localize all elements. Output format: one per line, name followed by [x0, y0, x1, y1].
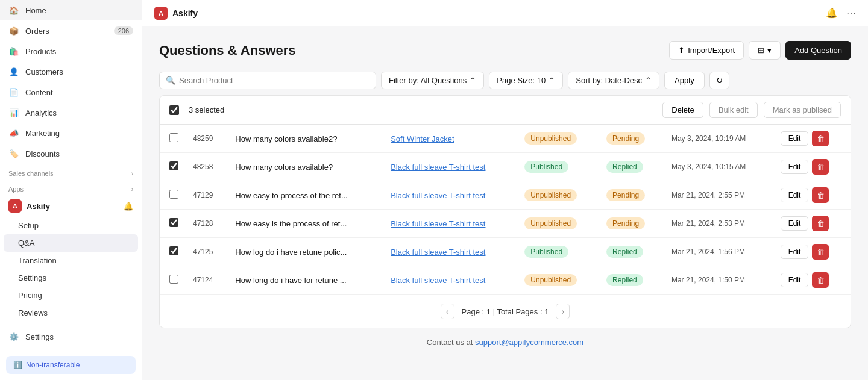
filter-columns-button[interactable]: ⊞ ▾	[749, 41, 781, 60]
sales-channels-section[interactable]: Sales channels ›	[0, 164, 142, 179]
row-actions: Edit 🗑	[781, 272, 843, 288]
product-link[interactable]: Black full sleave T-shirt test	[391, 276, 485, 285]
selected-count-label: 3 selected	[189, 105, 656, 114]
reply-status-badge: Replied	[606, 274, 643, 286]
sidebar-nav-item-home[interactable]: 🏠 Home	[0, 0, 142, 20]
topbar-right: 🔔 ⋯	[826, 7, 856, 19]
row-actions: Edit 🗑	[781, 131, 843, 146]
sidebar-nav-item-discounts[interactable]: 🏷️ Discounts	[0, 143, 142, 164]
more-options-icon[interactable]: ⋯	[846, 7, 856, 19]
row-checkbox-cell[interactable]	[160, 181, 186, 210]
row-checkbox-cell[interactable]	[160, 238, 186, 266]
row-product[interactable]: Black full sleave T-shirt test	[383, 238, 517, 266]
pagination: ‹ Page : 1 | Total Pages : 1 ›	[160, 294, 851, 328]
row-checkbox[interactable]	[169, 161, 178, 170]
askify-app-row[interactable]: A Askify 🔔	[0, 195, 142, 217]
refresh-button[interactable]: ↻	[709, 72, 729, 89]
sidebar-nav-item-products[interactable]: 🛍️ Products	[0, 41, 142, 61]
delete-row-button[interactable]: 🗑	[812, 159, 829, 175]
prev-page-button[interactable]: ‹	[441, 304, 454, 319]
edit-button[interactable]: Edit	[781, 131, 809, 146]
delete-row-button[interactable]: 🗑	[812, 187, 829, 203]
edit-button[interactable]: Edit	[781, 245, 809, 259]
row-checkbox-cell[interactable]	[160, 266, 186, 294]
row-checkbox[interactable]	[169, 275, 178, 284]
trash-icon: 🗑	[817, 276, 825, 285]
sort-by-select[interactable]: Sort by: Date-Desc ⌃	[568, 72, 659, 89]
sidebar-nav-item-settings[interactable]: ⚙️ Settings	[0, 326, 142, 347]
search-input[interactable]	[179, 76, 370, 85]
row-product[interactable]: Black full sleave T-shirt test	[383, 210, 517, 238]
product-link[interactable]: Black full sleave T-shirt test	[391, 248, 485, 257]
delete-row-button[interactable]: 🗑	[812, 216, 829, 231]
questions-table: 48259 How many colors available2? Soft W…	[160, 125, 851, 294]
product-link[interactable]: Soft Winter Jacket	[391, 134, 454, 143]
sidebar-sub-item-settings[interactable]: Settings	[0, 269, 142, 287]
search-box[interactable]: 🔍	[159, 72, 376, 89]
row-checkbox-cell[interactable]	[160, 125, 186, 153]
row-checkbox[interactable]	[169, 246, 178, 255]
status-badge: Unpublished	[524, 132, 577, 145]
row-checkbox[interactable]	[169, 133, 178, 142]
row-checkbox[interactable]	[169, 190, 178, 199]
sidebar-nav-item-marketing[interactable]: 📣 Marketing	[0, 123, 142, 143]
table-row: 47125 How log do i have retune polic... …	[160, 238, 851, 266]
add-question-button[interactable]: Add Question	[785, 41, 851, 60]
analytics-icon: 📊	[8, 107, 19, 118]
status-badge: Published	[524, 246, 568, 258]
edit-button[interactable]: Edit	[781, 160, 809, 174]
pagesize-chevron-icon: ⌃	[549, 76, 555, 85]
delete-row-button[interactable]: 🗑	[812, 244, 829, 260]
product-link[interactable]: Black full sleave T-shirt test	[391, 219, 485, 228]
sidebar-nav-item-content[interactable]: 📄 Content	[0, 82, 142, 102]
row-checkbox[interactable]	[169, 218, 178, 227]
row-reply-status: Pending	[599, 125, 664, 153]
sort-chevron-icon: ⌃	[645, 76, 652, 85]
bell-topbar-icon[interactable]: 🔔	[826, 7, 838, 19]
row-id: 47128	[186, 210, 228, 238]
sidebar-sub-item-qa[interactable]: Q&A	[4, 234, 138, 252]
products-icon: 🛍️	[8, 46, 19, 57]
bulk-delete-button[interactable]: Delete	[662, 102, 703, 118]
sidebar-sub-item-translation[interactable]: Translation	[0, 252, 142, 269]
page-title: Questions & Answers	[159, 43, 296, 58]
sidebar-nav-item-analytics[interactable]: 📊 Analytics	[0, 102, 142, 123]
row-product[interactable]: Black full sleave T-shirt test	[383, 153, 517, 181]
edit-button[interactable]: Edit	[781, 188, 809, 202]
filter-by-select[interactable]: Filter by: All Questions ⌃	[381, 72, 484, 89]
product-link[interactable]: Black full sleave T-shirt test	[391, 191, 485, 200]
delete-row-button[interactable]: 🗑	[812, 131, 829, 146]
contact-email-link[interactable]: support@appifycommerce.com	[475, 338, 583, 347]
reply-status-badge: Pending	[606, 132, 645, 145]
apps-chevron-icon: ›	[131, 186, 133, 193]
row-product[interactable]: Black full sleave T-shirt test	[383, 181, 517, 210]
row-reply-status: Pending	[599, 210, 664, 238]
import-export-button[interactable]: ⬆ Import/Export	[669, 41, 744, 60]
apply-button[interactable]: Apply	[664, 72, 705, 89]
sidebar-label-marketing: Marketing	[25, 129, 60, 138]
edit-button[interactable]: Edit	[781, 273, 809, 287]
sidebar-nav-item-orders[interactable]: 📦 Orders 206	[0, 20, 142, 41]
sidebar-nav-item-customers[interactable]: 👤 Customers	[0, 61, 142, 82]
delete-row-button[interactable]: 🗑	[812, 272, 829, 288]
row-product[interactable]: Black full sleave T-shirt test	[383, 266, 517, 294]
edit-button[interactable]: Edit	[781, 216, 809, 231]
row-question: How easy to process of the ret...	[228, 181, 383, 210]
select-all-checkbox[interactable]	[169, 105, 179, 115]
row-checkbox-cell[interactable]	[160, 210, 186, 238]
bell-icon[interactable]: 🔔	[124, 202, 133, 211]
trash-icon: 🗑	[817, 219, 825, 228]
page-size-select[interactable]: Page Size: 10 ⌃	[489, 72, 563, 89]
bulk-edit-button[interactable]: Bulk edit	[709, 102, 758, 118]
mark-published-button[interactable]: Mark as publised	[764, 102, 841, 118]
status-badge: Unpublished	[524, 274, 577, 286]
row-product[interactable]: Soft Winter Jacket	[383, 125, 517, 153]
product-link[interactable]: Black full sleave T-shirt test	[391, 163, 485, 172]
sidebar-sub-item-pricing[interactable]: Pricing	[0, 287, 142, 304]
row-checkbox-cell[interactable]	[160, 153, 186, 181]
sidebar-sub-item-setup[interactable]: Setup	[0, 217, 142, 234]
chevron-right-icon: ›	[131, 170, 133, 177]
row-id: 48258	[186, 153, 228, 181]
sidebar-sub-item-reviews[interactable]: Reviews	[0, 304, 142, 322]
next-page-button[interactable]: ›	[556, 304, 570, 319]
